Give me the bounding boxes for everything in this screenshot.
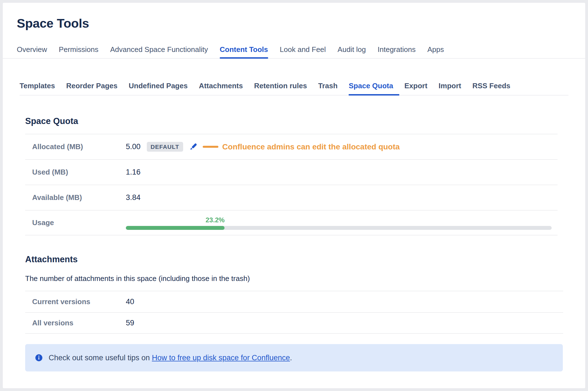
- all-versions-label: All versions: [25, 319, 126, 327]
- usage-label: Usage: [25, 218, 126, 227]
- subtab-import[interactable]: Import: [439, 82, 461, 95]
- usage-percent-label: 23.2%: [206, 216, 225, 224]
- attachments-section: Attachments The number of attachments in…: [25, 254, 563, 334]
- table-row-usage: Usage 23.2%: [25, 210, 558, 235]
- tab-overview[interactable]: Overview: [17, 45, 47, 58]
- available-value: 3.84: [126, 193, 141, 202]
- used-label: Used (MB): [25, 168, 126, 177]
- subtab-space-quota[interactable]: Space Quota: [349, 82, 393, 95]
- used-value: 1.16: [126, 168, 141, 177]
- available-label: Available (MB): [25, 193, 126, 202]
- usage-progress-bar: 23.2%: [126, 216, 552, 230]
- tab-permissions[interactable]: Permissions: [59, 45, 98, 58]
- table-row-used: Used (MB) 1.16: [25, 159, 558, 185]
- tab-integrations[interactable]: Integrations: [378, 45, 416, 58]
- subtab-retention-rules[interactable]: Retention rules: [254, 82, 307, 95]
- allocated-value: 5.00: [126, 142, 141, 151]
- annotation-dash: [203, 146, 218, 148]
- attachments-description: The number of attachments in this space …: [25, 275, 563, 282]
- tab-advanced-space-functionality[interactable]: Advanced Space Functionality: [110, 45, 208, 58]
- subtab-rss-feeds[interactable]: RSS Feeds: [472, 82, 510, 95]
- space-tools-card: Space Tools Overview Permissions Advance…: [3, 3, 585, 388]
- content-tools-subtabs: Templates Reorder Pages Undefined Pages …: [20, 82, 568, 96]
- table-row-all-versions: All versions 59: [25, 312, 563, 334]
- top-nav: Overview Permissions Advanced Space Func…: [3, 45, 585, 59]
- space-quota-heading: Space Quota: [25, 116, 558, 127]
- info-banner: Check out some useful tips on How to fre…: [25, 344, 563, 371]
- info-text-prefix: Check out some useful tips on: [49, 354, 152, 362]
- annotation-text: Confluence admins can edit the allocated…: [222, 142, 400, 151]
- page-title: Space Tools: [17, 16, 585, 31]
- info-icon: [35, 354, 43, 362]
- usage-bar-track: [126, 226, 552, 230]
- tab-look-and-feel[interactable]: Look and Feel: [280, 45, 326, 58]
- allocated-label: Allocated (MB): [25, 142, 126, 151]
- tab-audit-log[interactable]: Audit log: [337, 45, 366, 58]
- current-versions-value: 40: [126, 297, 134, 306]
- space-quota-section: Space Quota Allocated (MB) 5.00 DEFAULT: [25, 116, 558, 235]
- usage-bar-fill: [126, 226, 225, 230]
- tab-content-tools[interactable]: Content Tools: [220, 45, 268, 58]
- subtab-undefined-pages[interactable]: Undefined Pages: [129, 82, 188, 95]
- subtab-templates[interactable]: Templates: [20, 82, 55, 95]
- subtab-export[interactable]: Export: [404, 82, 427, 95]
- free-up-disk-space-link[interactable]: How to free up disk space for Confluence: [152, 354, 290, 362]
- edit-quota-pencil-icon[interactable]: [188, 142, 198, 152]
- tab-apps[interactable]: Apps: [427, 45, 444, 58]
- subtab-trash[interactable]: Trash: [318, 82, 337, 95]
- current-versions-label: Current versions: [25, 297, 126, 306]
- subtab-attachments[interactable]: Attachments: [199, 82, 243, 95]
- table-row-available: Available (MB) 3.84: [25, 185, 558, 210]
- attachments-heading: Attachments: [25, 254, 563, 265]
- table-row-current-versions: Current versions 40: [25, 291, 563, 312]
- default-badge: DEFAULT: [147, 142, 183, 152]
- all-versions-value: 59: [126, 319, 134, 327]
- subtab-reorder-pages[interactable]: Reorder Pages: [66, 82, 118, 95]
- info-text-suffix: .: [290, 354, 292, 362]
- table-row-allocated: Allocated (MB) 5.00 DEFAULT Confluence: [25, 134, 558, 159]
